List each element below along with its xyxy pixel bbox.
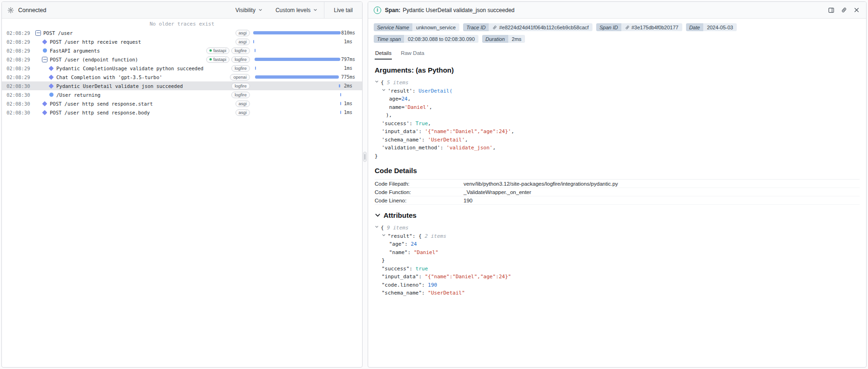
live-tail-button[interactable]: Live tail xyxy=(324,2,362,18)
trace-duration: 1ms xyxy=(341,110,362,115)
attributes-collapse-icon[interactable] xyxy=(375,212,381,218)
arguments-section-title: Arguments: (as Python) xyxy=(375,66,860,74)
duration-bar xyxy=(255,75,339,79)
trace-timestamp: 02:08:30 xyxy=(2,101,32,107)
trace-duration: 1ms xyxy=(341,39,362,44)
trace-duration: 775ms xyxy=(341,74,362,80)
live-tail-label: Live tail xyxy=(334,7,353,13)
dock-panel-icon[interactable] xyxy=(827,6,835,14)
duration-bar xyxy=(255,58,340,61)
collapse-span-icon[interactable] xyxy=(42,57,47,62)
collapse-span-icon[interactable] xyxy=(35,30,41,36)
badge-span-id: Span ID#3e175db4f0b20177 xyxy=(596,23,682,31)
code-line: "success": true xyxy=(375,265,860,273)
trace-row[interactable]: 02:08:30 POST /user http send response.b… xyxy=(2,108,362,117)
trace-row[interactable]: 02:08:29 Pydantic CompletionUsage valida… xyxy=(2,64,362,73)
visibility-dropdown[interactable]: Visibility xyxy=(229,2,269,18)
close-icon[interactable] xyxy=(853,6,861,14)
panel-splitter-handle[interactable] xyxy=(363,152,367,162)
scope-tag-fastapi[interactable]: fastapi xyxy=(206,56,229,63)
collapse-caret-icon[interactable] xyxy=(382,232,388,241)
copy-link-icon[interactable] xyxy=(840,6,848,14)
link-icon[interactable] xyxy=(625,25,630,30)
tag-label: asgi xyxy=(239,31,247,35)
trace-timestamp: 02:08:30 xyxy=(2,83,32,89)
tag-label: logfire xyxy=(235,57,247,62)
badge-trace-id: Trace ID#e8224d24d41f064b112c6eb9cb58cac… xyxy=(463,23,592,31)
code-detail-row: Code Function:_ValidateWrapper._on_enter xyxy=(375,188,860,196)
trace-label-group: Chat Completion with 'gpt-3.5-turbo' xyxy=(32,74,230,80)
circle-log-icon xyxy=(43,48,47,53)
scope-tag-asgi[interactable]: asgi xyxy=(236,30,250,36)
trace-tags: asgi xyxy=(236,30,253,36)
tag-label: logfire xyxy=(235,93,247,97)
code-line: "code.lineno": 190 xyxy=(375,281,860,289)
code-details-title-text: Code Details xyxy=(375,167,417,174)
no-older-traces-notice: No older traces exist xyxy=(2,19,362,28)
trace-row[interactable]: 02:08:29 POST /user http receive request… xyxy=(2,37,362,46)
collapse-caret-icon[interactable] xyxy=(375,224,381,232)
trace-duration: 810ms xyxy=(341,30,362,35)
attributes-json-code: { 9 items"result": { 2 items"age": 24"na… xyxy=(375,224,860,297)
collapse-caret-icon[interactable] xyxy=(375,79,381,87)
visibility-dropdown-label: Visibility xyxy=(236,7,256,13)
trace-row[interactable]: 02:08:29 FastAPI arguments fastapilogfir… xyxy=(2,46,362,55)
trace-timestamp: 02:08:29 xyxy=(2,39,32,45)
settings-gear-icon[interactable] xyxy=(7,7,14,13)
trace-label: POST /user xyxy=(43,30,73,36)
code-details-section-title: Code Details xyxy=(375,167,860,174)
diamond-log-icon xyxy=(42,101,47,106)
diamond-log-icon xyxy=(42,39,47,44)
scope-tag-logfire[interactable]: logfire xyxy=(231,83,250,89)
scope-tag-asgi[interactable]: asgi xyxy=(236,109,250,116)
scope-tag-logfire[interactable]: logfire xyxy=(231,47,250,54)
code-details-table: Code Filepath:venv/lib/python3.12/site-p… xyxy=(375,179,860,205)
trace-row[interactable]: 02:08:29 Chat Completion with 'gpt-3.5-t… xyxy=(2,73,362,81)
collapse-caret-icon[interactable] xyxy=(382,87,388,95)
trace-timestamp: 02:08:30 xyxy=(2,110,32,115)
scope-tag-fastapi[interactable]: fastapi xyxy=(206,47,229,54)
badge-value: #e8224d24d41f064b112c6eb9cb58cacf xyxy=(489,23,592,31)
trace-toolbar: Connected Visibility Custom levels Live … xyxy=(2,2,362,19)
trace-timeline xyxy=(253,55,341,64)
trace-label: FastAPI arguments xyxy=(50,48,100,54)
trace-row[interactable]: 02:08:30 /User returning logfire xyxy=(2,90,362,99)
trace-row[interactable]: 02:08:30 POST /user http send response.s… xyxy=(2,99,362,108)
badge-value-text: #e8224d24d41f064b112c6eb9cb58cacf xyxy=(499,25,588,30)
tab-raw-data[interactable]: Raw Data xyxy=(400,48,425,60)
trace-timestamp: 02:08:30 xyxy=(2,92,32,98)
custom-levels-dropdown[interactable]: Custom levels xyxy=(269,2,324,18)
scope-tag-logfire[interactable]: logfire xyxy=(231,56,250,63)
tab-details[interactable]: Details xyxy=(375,48,392,60)
code-line: 'success': True, xyxy=(375,120,860,128)
code-line: 'schema_name': 'UserDetail', xyxy=(375,136,860,144)
badge-value-text: 02:08:30.088 to 02:08:30.090 xyxy=(408,36,475,42)
scope-tag-logfire[interactable]: logfire xyxy=(231,92,250,98)
trace-tags: logfire xyxy=(231,65,253,72)
badge-value-text: #3e175db4f0b20177 xyxy=(632,25,679,30)
scope-tag-asgi[interactable]: asgi xyxy=(236,101,250,107)
link-icon[interactable] xyxy=(492,25,497,30)
scope-tag-openai[interactable]: openai xyxy=(230,74,250,81)
info-icon: i xyxy=(374,7,381,14)
trace-label-group: Pydantic CompletionUsage validate_python… xyxy=(32,66,231,71)
trace-row[interactable]: 02:08:29 POST /user asgi 810ms xyxy=(2,28,362,37)
trace-label: Pydantic CompletionUsage validate_python… xyxy=(56,66,203,71)
badge-time-span: Time span02:08:30.088 to 02:08:30.090 xyxy=(374,35,478,43)
trace-label: /User returning xyxy=(56,92,101,98)
trace-row[interactable]: 02:08:30 Pydantic UserDetail validate_js… xyxy=(2,81,362,90)
scope-tag-logfire[interactable]: logfire xyxy=(231,65,250,72)
code-line: } xyxy=(375,256,860,265)
trace-timeline xyxy=(253,108,341,117)
badge-value: 2024-05-03 xyxy=(703,23,737,31)
duration-bar xyxy=(253,40,254,43)
trace-row[interactable]: 02:08:29 POST /user (endpoint_function) … xyxy=(2,55,362,64)
code-line: 'result': UserDetail( xyxy=(375,87,860,95)
badge-label: Service Name xyxy=(374,23,412,31)
code-detail-label: Code Lineno: xyxy=(375,198,464,203)
duration-bar xyxy=(253,31,341,34)
scope-tag-asgi[interactable]: asgi xyxy=(236,39,250,45)
green-dot-icon xyxy=(209,49,212,52)
detail-tabs: DetailsRaw Data xyxy=(368,47,866,60)
duration-bar xyxy=(339,84,340,87)
